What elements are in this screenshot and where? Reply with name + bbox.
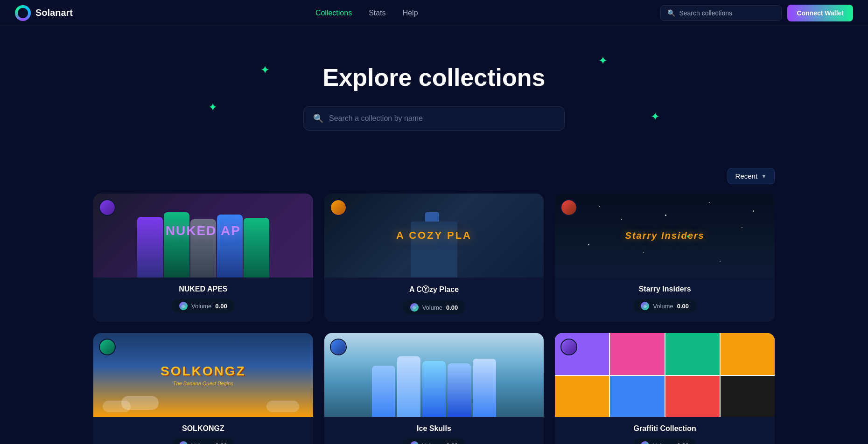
- collection-info-nuked-apes: NUKED APES ◎ Volume 0.00: [93, 278, 313, 320]
- avatar-ice-skulls: [330, 339, 347, 355]
- sol-icon: ◎: [179, 302, 188, 310]
- collection-info-starry-insiders: Starry Insiders ◎ Volume 0.00: [555, 278, 775, 320]
- banner-nuked-apes: NUKED AP: [93, 194, 313, 278]
- banner-text-nuked: NUKED AP: [166, 223, 241, 238]
- chevron-down-icon: ▼: [761, 173, 767, 180]
- volume-badge-solkongz: ◎ Volume 0.00: [172, 438, 235, 444]
- collection-info-graffiti: Graffiti Collection ◎ Volume 0.00: [555, 417, 775, 444]
- sol-icon: ◎: [179, 441, 188, 444]
- collection-card-solkongz[interactable]: SOLKONGZ The Banana Quest Begins SOLKONG…: [93, 333, 313, 444]
- sort-dropdown[interactable]: Recent ▼: [728, 168, 775, 184]
- sol-icon: ◎: [641, 441, 649, 444]
- collection-info-solkongz: SOLKONGZ ◎ Volume 0.00: [93, 417, 313, 444]
- banner-graffiti: [555, 333, 775, 417]
- sol-icon: ◎: [410, 441, 419, 444]
- nav-help[interactable]: Help: [403, 9, 418, 17]
- navbar-nav: Collections Stats Help: [315, 9, 418, 17]
- logo-icon: [15, 5, 31, 21]
- collection-card-graffiti[interactable]: Graffiti Collection ◎ Volume 0.00: [555, 333, 775, 444]
- graffiti-cell-5: [555, 376, 609, 417]
- navbar-right: 🔍 Connect Wallet: [660, 5, 853, 21]
- stars-bg: [555, 194, 775, 278]
- graffiti-cell-7: [665, 376, 720, 417]
- sparkle-mid-left: ✦: [208, 101, 217, 114]
- collections-header: Recent ▼: [93, 168, 775, 184]
- connect-wallet-button[interactable]: Connect Wallet: [787, 5, 853, 21]
- logo-text: Solanart: [35, 7, 73, 18]
- volume-badge-graffiti: ◎ Volume 0.00: [633, 438, 696, 444]
- graffiti-cell-1: [555, 333, 609, 375]
- avatar-solkongz: [99, 339, 116, 355]
- banner-starry-insiders: Starry Insiders: [555, 194, 775, 278]
- collection-info-ice-skulls: Ice Skulls ◎ Volume 0.00: [324, 417, 544, 444]
- volume-badge-ice-skulls: ◎ Volume 0.00: [403, 438, 466, 444]
- collection-name-solkongz: SOLKONGZ: [101, 424, 306, 433]
- navbar-search-icon: 🔍: [667, 9, 675, 17]
- sol-icon: ◎: [410, 303, 419, 312]
- nav-stats[interactable]: Stats: [369, 9, 385, 17]
- hero-title: Explore collections: [15, 63, 853, 91]
- collection-card-cozy-place[interactable]: A COZY PLA A CⓎzy Place ◎ Volume 0.00: [324, 194, 544, 322]
- banner-solkongz: SOLKONGZ The Banana Quest Begins: [93, 333, 313, 417]
- graffiti-cell-6: [610, 376, 664, 417]
- banner-text-cozy: A COZY PLA: [396, 229, 472, 242]
- collection-name-ice-skulls: Ice Skulls: [332, 424, 537, 433]
- graffiti-cell-3: [665, 333, 720, 375]
- volume-badge-starry-insiders: ◎ Volume 0.00: [633, 299, 696, 313]
- banner-text-solkongz: SOLKONGZ: [161, 364, 246, 379]
- collection-name-graffiti: Graffiti Collection: [562, 424, 767, 433]
- collection-card-ice-skulls[interactable]: Ice Skulls ◎ Volume 0.00: [324, 333, 544, 444]
- avatar-nuked-apes: [99, 199, 116, 216]
- logo-inner: [18, 8, 28, 18]
- collection-name-nuked-apes: NUKED APES: [101, 285, 306, 293]
- navbar-search-box[interactable]: 🔍: [660, 5, 782, 21]
- logo[interactable]: Solanart: [15, 5, 73, 21]
- volume-badge-cozy-place: ◎ Volume 0.00: [403, 300, 466, 314]
- graffiti-cell-4: [721, 333, 775, 375]
- sort-label: Recent: [735, 172, 758, 180]
- banner-cozy-place: A COZY PLA: [324, 194, 544, 278]
- graffiti-cell-2: [610, 333, 664, 375]
- collection-card-starry-insiders[interactable]: Starry Insiders Starry Insiders ◎ Volume…: [555, 194, 775, 322]
- collection-name-cozy-place: A CⓎzy Place: [332, 285, 537, 295]
- navbar: Solanart Collections Stats Help 🔍 Connec…: [0, 0, 868, 26]
- graffiti-cell-8: [721, 376, 775, 417]
- hero-search-box[interactable]: 🔍: [303, 106, 565, 131]
- collection-info-cozy-place: A CⓎzy Place ◎ Volume 0.00: [324, 278, 544, 322]
- navbar-search-input[interactable]: [679, 9, 775, 17]
- banner-subtext-solkongz: The Banana Quest Begins: [161, 381, 246, 386]
- banner-ice-skulls: [324, 333, 544, 417]
- collection-name-starry-insiders: Starry Insiders: [562, 285, 767, 293]
- collections-grid: NUKED AP NUKED APES ◎ Volume 0.00 A: [93, 194, 775, 444]
- hero-section: ✦ ✦ ✦ ✦ Explore collections 🔍: [0, 26, 868, 159]
- hero-search-input[interactable]: [329, 114, 555, 123]
- nav-collections[interactable]: Collections: [315, 9, 352, 17]
- volume-badge-nuked-apes: ◎ Volume 0.00: [172, 299, 235, 313]
- collections-section: Recent ▼ NUKED AP NUKED: [0, 159, 868, 444]
- hero-search-icon: 🔍: [313, 113, 323, 124]
- sol-icon: ◎: [641, 302, 649, 310]
- collection-card-nuked-apes[interactable]: NUKED AP NUKED APES ◎ Volume 0.00: [93, 194, 313, 322]
- avatar-cozy-place: [330, 199, 347, 216]
- sparkle-mid-right: ✦: [651, 110, 660, 123]
